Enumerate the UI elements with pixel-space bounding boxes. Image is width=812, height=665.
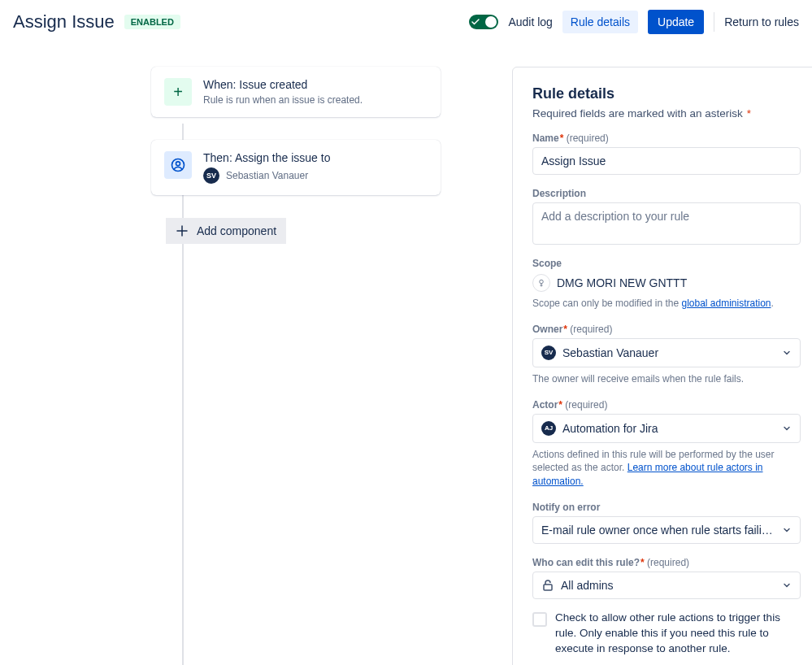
name-label: Name: [532, 133, 559, 144]
scope-help-text: Scope can only be modified in the: [532, 298, 681, 309]
return-to-rules-link[interactable]: Return to rules: [724, 15, 799, 28]
rule-details-panel: Rule details Required fields are marked …: [512, 67, 812, 665]
actor-select[interactable]: AJ Automation for Jira: [532, 414, 801, 443]
required-note: Required fields are marked with an aster…: [532, 107, 743, 120]
plus-icon: +: [164, 78, 192, 106]
chevron-down-icon: [782, 580, 792, 590]
assignee-name: Sebastian Vanauer: [226, 170, 308, 181]
who-can-edit-label: Who can edit this rule?: [532, 557, 640, 568]
enabled-badge: ENABLED: [124, 15, 180, 29]
allow-chaining-label: Check to allow other rule actions to tri…: [555, 611, 801, 657]
trigger-card[interactable]: + When: Issue created Rule is run when a…: [151, 67, 441, 117]
page-title: Assign Issue: [13, 11, 115, 33]
add-component-button[interactable]: Add component: [166, 218, 286, 244]
chevron-down-icon: [782, 424, 792, 433]
description-label: Description: [532, 188, 801, 199]
who-can-edit-select[interactable]: All admins: [532, 572, 801, 599]
chevron-down-icon: [782, 348, 792, 358]
scope-icon: [532, 274, 550, 292]
check-icon: [471, 18, 480, 26]
notify-select[interactable]: E-mail rule owner once when rule starts …: [532, 516, 801, 544]
avatar: SV: [541, 346, 556, 360]
lock-icon: [541, 579, 554, 592]
owner-select[interactable]: SV Sebastian Vanauer: [532, 338, 801, 367]
plus-icon: [176, 224, 189, 237]
trigger-title: When: Issue created: [203, 78, 363, 91]
description-textarea[interactable]: Add a description to your rule: [532, 202, 801, 245]
rule-details-tab[interactable]: Rule details: [562, 11, 638, 33]
avatar: AJ: [541, 421, 556, 436]
owner-help: The owner will receive emails when the r…: [532, 372, 801, 386]
svg-point-2: [540, 280, 544, 284]
notify-label: Notify on error: [532, 502, 801, 513]
rule-enabled-toggle[interactable]: [469, 15, 498, 29]
audit-log-link[interactable]: Audit log: [508, 15, 552, 28]
avatar: SV: [203, 167, 219, 184]
owner-label: Owner: [532, 324, 562, 335]
panel-heading: Rule details: [532, 85, 801, 102]
scope-label: Scope: [532, 258, 801, 269]
separator: [714, 12, 714, 32]
update-button[interactable]: Update: [648, 10, 704, 34]
flow-connector: [182, 124, 184, 665]
required-hint: (required): [565, 399, 607, 411]
action-title: Then: Assign the issue to: [203, 151, 330, 164]
add-component-label: Add component: [197, 224, 276, 237]
svg-rect-3: [544, 585, 552, 590]
required-hint: (required): [647, 557, 689, 568]
assign-icon: [164, 151, 192, 179]
actor-label: Actor: [532, 399, 558, 411]
trigger-subtitle: Rule is run when an issue is created.: [203, 94, 363, 106]
action-card[interactable]: Then: Assign the issue to SV Sebastian V…: [151, 140, 441, 195]
global-administration-link[interactable]: global administration: [681, 298, 771, 309]
name-input[interactable]: Assign Issue: [532, 147, 801, 175]
required-hint: (required): [570, 324, 612, 335]
scope-value: DMG MORI NEW GNTTT: [557, 276, 687, 289]
chevron-down-icon: [782, 525, 792, 535]
allow-chaining-checkbox[interactable]: [532, 612, 547, 627]
svg-point-1: [176, 162, 180, 166]
required-hint: (required): [567, 133, 609, 144]
